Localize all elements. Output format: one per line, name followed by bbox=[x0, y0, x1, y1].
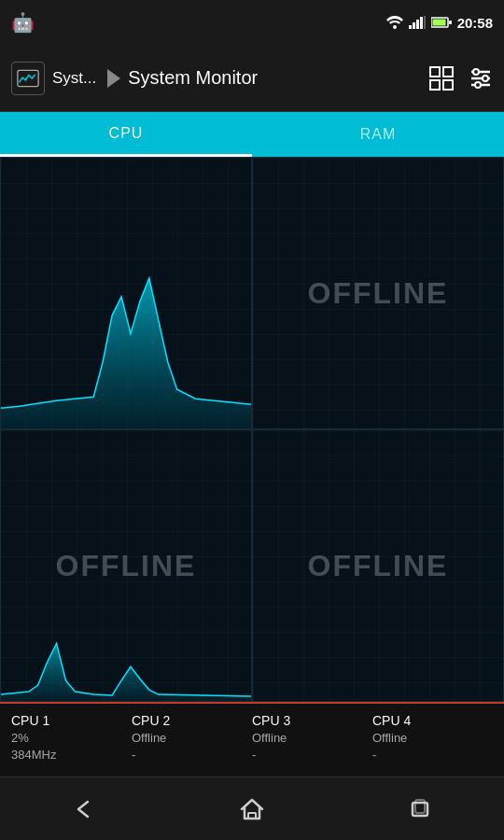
app-icon bbox=[11, 62, 45, 95]
cpu-grid: OFFLINE OFFLINE bbox=[0, 157, 504, 702]
svg-point-19 bbox=[475, 82, 481, 88]
svg-rect-12 bbox=[430, 80, 440, 90]
back-button[interactable] bbox=[56, 789, 112, 830]
svg-point-17 bbox=[473, 69, 479, 75]
cpu4-usage: Offline bbox=[372, 731, 493, 745]
cpu3-usage: Offline bbox=[252, 731, 372, 745]
cpu-info-bar: CPU 1 2% 384MHz CPU 2 Offline - CPU 3 Of… bbox=[0, 702, 504, 777]
svg-point-18 bbox=[483, 76, 488, 81]
home-button[interactable] bbox=[224, 789, 280, 830]
app-full-title: System Monitor bbox=[128, 67, 429, 89]
svg-rect-3 bbox=[416, 20, 419, 29]
svg-rect-8 bbox=[432, 20, 445, 26]
svg-rect-2 bbox=[413, 22, 415, 29]
offline-label-4: OFFLINE bbox=[308, 549, 449, 583]
cpu-info-1: CPU 1 2% 384MHz bbox=[11, 713, 132, 762]
grid-view-button[interactable] bbox=[429, 66, 454, 91]
tab-ram[interactable]: RAM bbox=[252, 112, 504, 157]
cpu-cell-1 bbox=[0, 157, 252, 429]
cpu-cell-2: OFFLINE bbox=[252, 157, 504, 429]
app-bar-actions bbox=[429, 66, 493, 91]
cpu2-usage: Offline bbox=[132, 731, 252, 745]
tab-bar: CPU RAM bbox=[0, 112, 504, 157]
svg-marker-24 bbox=[1, 643, 251, 701]
signal-icon bbox=[409, 16, 426, 29]
svg-rect-13 bbox=[443, 80, 453, 90]
chart-area-1 bbox=[1, 158, 251, 428]
svg-rect-10 bbox=[430, 67, 440, 77]
cpu2-name: CPU 2 bbox=[132, 713, 252, 728]
cpu-cell-3: OFFLINE bbox=[0, 429, 252, 702]
cpu-info-3: CPU 3 Offline - bbox=[252, 713, 372, 762]
svg-rect-4 bbox=[420, 17, 423, 29]
cpu1-freq: 384MHz bbox=[11, 748, 132, 762]
svg-marker-21 bbox=[1, 278, 251, 428]
title-separator bbox=[107, 69, 120, 88]
svg-rect-11 bbox=[443, 67, 453, 77]
cpu-info-2: CPU 2 Offline - bbox=[132, 713, 252, 762]
cpu3-name: CPU 3 bbox=[252, 713, 372, 728]
cpu1-name: CPU 1 bbox=[11, 713, 132, 728]
app-bar: Syst... System Monitor bbox=[0, 45, 504, 112]
cpu1-usage: 2% bbox=[11, 731, 132, 745]
tab-cpu[interactable]: CPU bbox=[0, 112, 252, 157]
offline-label-2: OFFLINE bbox=[308, 276, 449, 311]
chart-area-3 bbox=[1, 430, 251, 701]
battery-icon bbox=[431, 16, 452, 29]
cpu-cell-4: OFFLINE bbox=[252, 429, 504, 702]
nav-bar bbox=[0, 777, 504, 840]
status-right: 20:58 bbox=[386, 15, 493, 31]
cpu3-freq: - bbox=[252, 748, 372, 762]
cpu2-freq: - bbox=[132, 748, 252, 762]
svg-rect-5 bbox=[424, 16, 426, 29]
svg-point-0 bbox=[393, 25, 397, 29]
cpu4-name: CPU 4 bbox=[372, 713, 493, 728]
svg-rect-9 bbox=[18, 70, 38, 86]
status-left: 🤖 bbox=[11, 11, 35, 34]
svg-rect-7 bbox=[449, 21, 452, 24]
cpu-info-4: CPU 4 Offline - bbox=[372, 713, 493, 762]
android-icon: 🤖 bbox=[11, 11, 35, 34]
status-bar: 🤖 20:58 bbox=[0, 0, 504, 45]
recents-button[interactable] bbox=[392, 789, 448, 830]
cpu4-freq: - bbox=[372, 748, 493, 762]
svg-rect-1 bbox=[409, 25, 412, 29]
clock: 20:58 bbox=[457, 15, 493, 31]
svg-rect-26 bbox=[248, 813, 256, 819]
filter-button[interactable] bbox=[469, 66, 493, 91]
wifi-icon bbox=[386, 16, 403, 29]
app-short-title: Syst... bbox=[52, 69, 96, 88]
